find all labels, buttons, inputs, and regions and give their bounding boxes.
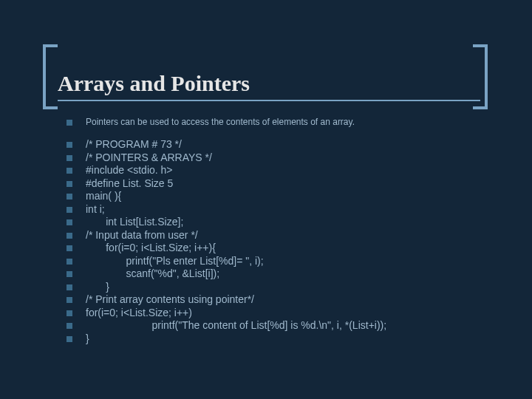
code-text: int i; bbox=[86, 203, 502, 216]
code-line: printf("The content of List[%d] is %d.\n… bbox=[66, 319, 502, 332]
code-text: #define List. Size 5 bbox=[86, 177, 502, 191]
code-line: for(i=0; i<List.Size; i++){ bbox=[66, 242, 502, 255]
code-text: for(i=0; i<List.Size; i++){ bbox=[86, 242, 502, 255]
bullet-icon bbox=[66, 194, 72, 200]
bullet-icon bbox=[66, 323, 72, 329]
code-line: printf("Pls enter List[%d]= ", i); bbox=[66, 255, 502, 268]
bullet-icon bbox=[66, 259, 72, 265]
bullet-icon bbox=[66, 233, 72, 239]
code-text: int List[List.Size]; bbox=[86, 216, 502, 229]
bullet-icon bbox=[66, 271, 72, 277]
slide-title: Arrays and Pointers bbox=[58, 71, 480, 101]
code-line: #include <stdio. h> bbox=[66, 164, 502, 177]
code-line: #define List. Size 5 bbox=[66, 177, 502, 191]
bullet-icon bbox=[66, 155, 72, 161]
code-line: } bbox=[66, 332, 502, 346]
bullet-icon bbox=[66, 120, 72, 126]
code-text: printf("The content of List[%d] is %d.\n… bbox=[86, 319, 502, 332]
bullet-icon bbox=[66, 219, 72, 225]
code-text: main( ){ bbox=[86, 190, 502, 203]
code-text: /* POINTERS & ARRAYS */ bbox=[86, 151, 502, 165]
bracket-left-decoration bbox=[43, 44, 58, 109]
code-line: int List[List.Size]; bbox=[66, 216, 502, 229]
code-text: printf("Pls enter List[%d]= ", i); bbox=[86, 255, 502, 268]
code-text: scanf("%d", &List[i]); bbox=[86, 267, 502, 281]
intro-row: Pointers can be used to access the conte… bbox=[66, 117, 502, 128]
bullet-icon bbox=[66, 207, 72, 213]
code-line: /* Input data from user */ bbox=[66, 229, 502, 242]
bullet-icon bbox=[66, 245, 72, 251]
code-line: int i; bbox=[66, 203, 502, 216]
bullet-icon bbox=[66, 142, 72, 148]
bullet-icon bbox=[66, 297, 72, 303]
code-line: for(i=0; i<List.Size; i++) bbox=[66, 307, 502, 320]
bullet-icon bbox=[66, 336, 72, 342]
code-line: main( ){ bbox=[66, 190, 502, 203]
code-line: /* PROGRAM # 73 */ bbox=[66, 138, 502, 151]
code-line: /* Print array contents using pointer*/ bbox=[66, 293, 502, 307]
code-text: #include <stdio. h> bbox=[86, 164, 502, 177]
slide-body: Pointers can be used to access the conte… bbox=[66, 117, 502, 345]
code-line: } bbox=[66, 281, 502, 294]
code-text: /* Input data from user */ bbox=[86, 229, 502, 242]
bullet-icon bbox=[66, 284, 72, 290]
slide: Arrays and Pointers Pointers can be used… bbox=[0, 0, 532, 399]
code-line: /* POINTERS & ARRAYS */ bbox=[66, 151, 502, 165]
bullet-icon bbox=[66, 168, 72, 174]
code-text: /* PROGRAM # 73 */ bbox=[86, 138, 502, 151]
code-text: } bbox=[86, 281, 502, 294]
bullet-icon bbox=[66, 310, 72, 316]
code-line: scanf("%d", &List[i]); bbox=[66, 267, 502, 281]
code-block: /* PROGRAM # 73 *//* POINTERS & ARRAYS *… bbox=[66, 138, 502, 345]
code-text: } bbox=[86, 332, 502, 346]
intro-text: Pointers can be used to access the conte… bbox=[86, 117, 502, 128]
code-text: /* Print array contents using pointer*/ bbox=[86, 293, 502, 307]
bullet-icon bbox=[66, 181, 72, 187]
code-text: for(i=0; i<List.Size; i++) bbox=[86, 307, 502, 320]
